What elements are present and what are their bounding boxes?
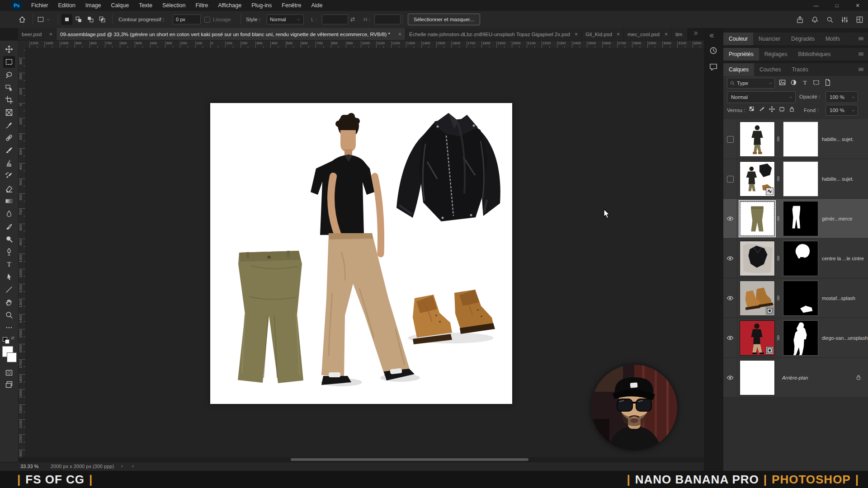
menu-aide[interactable]: Aide [306, 0, 327, 11]
layer-filter-dropdown[interactable]: Type [727, 78, 775, 89]
style-dropdown[interactable]: Normal [267, 14, 304, 24]
status-menu-chevron[interactable]: › [121, 463, 123, 469]
filter-smart-objects-icon[interactable] [824, 79, 831, 86]
tab-proprietes[interactable]: Propriétés [723, 48, 759, 61]
history-brush-tool[interactable] [3, 170, 15, 182]
layer-visibility-toggle[interactable] [726, 374, 734, 381]
layer-thumbnail[interactable] [740, 122, 775, 157]
filter-pixel-layers-icon[interactable] [778, 79, 786, 86]
tab-overflow-icon[interactable] [693, 30, 698, 36]
layer-visibility-toggle[interactable] [726, 295, 734, 302]
pen-tool[interactable] [3, 246, 15, 258]
intersect-selection-button[interactable] [97, 14, 108, 25]
tool-preset[interactable] [37, 11, 50, 28]
dodge-tool[interactable] [3, 233, 15, 245]
feather-input[interactable]: 0 px [173, 14, 201, 24]
layer-visibility-toggle[interactable] [726, 334, 734, 342]
mask-link-icon[interactable] [775, 216, 781, 221]
quick-mask-button[interactable] [3, 367, 15, 379]
menu-selection[interactable]: Sélection [157, 0, 190, 11]
home-button[interactable] [18, 11, 26, 28]
tab-couleur[interactable]: Couleur [723, 33, 753, 45]
layer-name[interactable]: génèr...merce [822, 199, 852, 239]
brush-tool[interactable] [3, 145, 15, 156]
layer-mask-thumbnail[interactable] [783, 241, 818, 276]
layer-row[interactable]: génèr...merce [723, 199, 868, 239]
mask-link-icon[interactable] [775, 136, 781, 142]
menu-affichage[interactable]: Affichage [213, 0, 246, 11]
tab-traces[interactable]: Tracés [786, 63, 813, 76]
horizontal-ruler[interactable]: 1200110010009008007006005004003002001000… [25, 41, 704, 48]
tab-couches[interactable]: Couches [754, 63, 786, 76]
add-to-selection-button[interactable] [73, 14, 84, 25]
chevdd-icon[interactable] [693, 30, 698, 36]
layer-thumbnail[interactable] [740, 320, 775, 356]
crop-tool[interactable] [3, 94, 15, 106]
layer-mask-thumbnail[interactable] [783, 320, 818, 356]
mask-link-icon[interactable] [775, 176, 781, 182]
layer-visibility-toggle[interactable] [727, 136, 734, 143]
menu-fichier[interactable]: Fichier [26, 0, 53, 11]
layer-name[interactable]: diego-san...unsplash [822, 318, 868, 358]
height-input[interactable] [374, 14, 401, 24]
properties-panel-menu-icon[interactable] [858, 51, 864, 57]
menu-texte[interactable]: Texte [134, 0, 157, 11]
layer-mask-thumbnail[interactable] [783, 201, 818, 236]
zoom-tool[interactable] [3, 309, 15, 321]
horizontal-scrollbar[interactable] [18, 457, 704, 462]
blur-tool[interactable] [3, 208, 15, 220]
close-tab-icon[interactable]: × [665, 31, 668, 38]
layer-row[interactable]: habille... sujet. [723, 159, 868, 199]
layer-thumbnail[interactable] [740, 241, 775, 276]
menu-plug-ins[interactable]: Plug-ins [246, 0, 277, 11]
eyedropper-tool[interactable] [3, 119, 15, 131]
spot-healing-tool[interactable] [3, 132, 15, 144]
window-maximize-button[interactable]: □ [826, 0, 847, 11]
smoothing-checkbox[interactable]: Lissage [204, 11, 231, 28]
scroll-left-chevron[interactable]: ‹ [132, 463, 134, 469]
lock-all-icon[interactable] [788, 106, 795, 113]
menu-image[interactable]: Image [80, 0, 106, 11]
path-selection-tool[interactable] [3, 271, 15, 283]
rectangular-marquee-tool[interactable] [3, 56, 15, 68]
frame-tool[interactable] [3, 107, 15, 118]
sliders-button[interactable] [841, 16, 849, 23]
filter-adjustment-layers-icon[interactable] [790, 79, 797, 86]
workspace-button[interactable] [856, 16, 863, 23]
subtract-from-selection-button[interactable] [85, 14, 96, 25]
layer-visibility-toggle[interactable] [727, 176, 734, 183]
tab-motifs[interactable]: Motifs [820, 33, 845, 45]
comments-panel-button[interactable] [709, 62, 718, 71]
window-minimize-button[interactable]: — [806, 0, 826, 11]
menu-edition[interactable]: Edition [53, 0, 80, 11]
layer-name[interactable]: mostaf...splash [822, 278, 855, 318]
line-tool[interactable] [3, 284, 15, 296]
layer-thumbnail[interactable] [740, 281, 775, 316]
layer-mask-thumbnail[interactable] [783, 281, 818, 316]
expand-dock-button[interactable] [709, 33, 715, 39]
window-close-button[interactable]: ✕ [847, 0, 868, 11]
menu-calque[interactable]: Calque [106, 0, 134, 11]
gradient-tool[interactable] [3, 195, 15, 207]
close-tab-icon[interactable]: × [575, 31, 578, 38]
opacity-field[interactable]: 100 % [826, 91, 858, 103]
layer-visibility-toggle[interactable] [726, 255, 734, 262]
menu-filtre[interactable]: Filtre [190, 0, 213, 11]
close-tab-icon[interactable]: × [49, 31, 52, 38]
new-selection-button[interactable] [61, 14, 72, 25]
eraser-tool[interactable] [3, 183, 15, 194]
tab-nuancier[interactable]: Nuancier [753, 33, 786, 45]
scrollbar-thumb[interactable] [291, 458, 528, 461]
layer-mask-thumbnail[interactable] [783, 161, 818, 197]
tab-bibliotheques[interactable]: Bibliothèques [793, 48, 836, 61]
type-tool[interactable]: T [3, 258, 15, 270]
vertical-ruler[interactable]: 3002001000100200300400500600700800900100… [18, 48, 26, 457]
width-input[interactable] [322, 14, 348, 24]
blend-mode-dropdown[interactable]: Normal [727, 91, 796, 103]
layer-mask-thumbnail[interactable] [783, 122, 818, 157]
layers-panel-menu-icon[interactable] [858, 66, 864, 73]
tab-degrades[interactable]: Dégradés [786, 33, 820, 45]
mask-link-icon[interactable] [775, 295, 781, 301]
screen-mode-button[interactable] [3, 379, 15, 390]
clone-stamp-tool[interactable] [3, 157, 15, 169]
